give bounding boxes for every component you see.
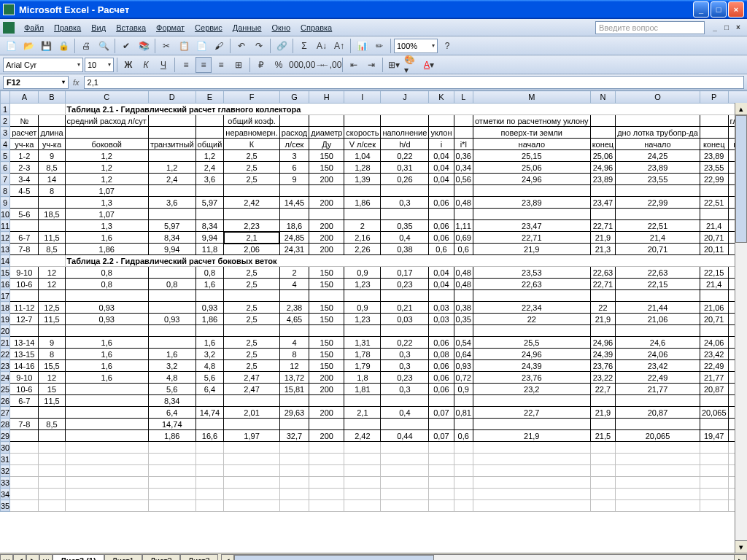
grid-cell[interactable]: 0,06 xyxy=(429,384,454,395)
grid-cell[interactable]: 1,6 xyxy=(65,360,148,372)
grid-cell[interactable]: 0,4 xyxy=(381,407,429,419)
grid-cell[interactable] xyxy=(473,209,590,220)
grid-cell[interactable] xyxy=(224,465,279,477)
grid-cell[interactable]: 0,17 xyxy=(381,267,429,279)
size-combo[interactable]: 10▾ xyxy=(85,58,114,72)
grid-cell[interactable]: 2,1 xyxy=(224,232,279,244)
font-color-button[interactable]: A▾ xyxy=(421,57,437,73)
header-cell[interactable]: уч-ка xyxy=(39,139,65,150)
grid-cell[interactable]: 0,8 xyxy=(65,279,148,290)
grid-cell[interactable] xyxy=(344,395,381,407)
grid-cell[interactable]: 200 xyxy=(309,232,344,244)
grid-cell[interactable]: 0,54 xyxy=(454,337,473,349)
grid-cell[interactable] xyxy=(616,454,700,465)
print-button[interactable]: 🖨 xyxy=(78,38,94,54)
grid-cell[interactable] xyxy=(279,419,309,430)
grid-cell[interactable]: 200 xyxy=(309,372,344,384)
grid-cell[interactable] xyxy=(381,442,429,454)
grid-cell[interactable]: 0,9 xyxy=(344,302,381,314)
grid-cell[interactable]: 21,3 xyxy=(590,244,616,255)
grid-cell[interactable] xyxy=(616,477,700,489)
grid-cell[interactable]: 2,5 xyxy=(224,267,279,279)
row-header[interactable]: 15 xyxy=(1,267,10,279)
header-cell[interactable]: конец xyxy=(700,139,728,150)
row-header[interactable]: 7 xyxy=(1,174,10,185)
grid-cell[interactable] xyxy=(454,442,473,454)
grid-cell[interactable]: 0,8 xyxy=(196,267,224,279)
grid-cell[interactable]: 22,15 xyxy=(616,279,700,290)
row-header[interactable]: 28 xyxy=(1,419,10,430)
grid-cell[interactable]: 21,9 xyxy=(473,430,590,442)
doc-minimize-button[interactable]: _ xyxy=(709,23,721,33)
row-header[interactable]: 30 xyxy=(1,442,10,454)
grid-cell[interactable] xyxy=(344,290,381,302)
grid-cell[interactable]: 150 xyxy=(309,314,344,325)
grid-cell[interactable] xyxy=(196,395,224,407)
grid-cell[interactable]: 1,79 xyxy=(344,360,381,372)
grid-cell[interactable] xyxy=(279,325,309,337)
format-painter-button[interactable]: 🖌 xyxy=(211,38,227,54)
grid-cell[interactable]: 1,6 xyxy=(148,349,196,360)
formula-input[interactable]: 2,1 xyxy=(84,76,744,89)
grid-cell[interactable]: 1-2 xyxy=(10,150,39,162)
grid-cell[interactable]: 0,69 xyxy=(454,232,473,244)
grid-cell[interactable] xyxy=(224,325,279,337)
grid-cell[interactable] xyxy=(473,442,590,454)
header-cell[interactable] xyxy=(65,127,148,139)
header-cell[interactable] xyxy=(196,127,224,139)
grid-cell[interactable] xyxy=(148,209,196,220)
grid-cell[interactable]: 25,15 xyxy=(473,150,590,162)
grid-cell[interactable] xyxy=(196,419,224,430)
grid-cell[interactable] xyxy=(10,442,39,454)
permission-button[interactable]: 🔒 xyxy=(55,38,71,54)
vscroll-thumb[interactable] xyxy=(735,115,747,243)
grid-cell[interactable]: 0,06 xyxy=(429,220,454,232)
grid-cell[interactable]: 0,08 xyxy=(429,349,454,360)
grid-cell[interactable]: 3,2 xyxy=(196,349,224,360)
grid-cell[interactable]: 14,45 xyxy=(279,197,309,209)
grid-cell[interactable] xyxy=(381,325,429,337)
autosum-button[interactable]: Σ xyxy=(296,38,312,54)
grid-cell[interactable] xyxy=(148,489,196,500)
grid-cell[interactable]: 0,06 xyxy=(429,372,454,384)
grid-cell[interactable] xyxy=(39,220,65,232)
grid-cell[interactable] xyxy=(65,419,148,430)
grid-cell[interactable]: 0,48 xyxy=(454,197,473,209)
grid-cell[interactable]: 24,39 xyxy=(590,349,616,360)
row-header[interactable]: 27 xyxy=(1,407,10,419)
row-header[interactable]: 20 xyxy=(1,325,10,337)
grid-cell[interactable] xyxy=(65,290,148,302)
grid-cell[interactable] xyxy=(279,395,309,407)
grid-cell[interactable]: 5,97 xyxy=(196,197,224,209)
grid-cell[interactable]: 25,5 xyxy=(473,337,590,349)
grid-cell[interactable] xyxy=(616,465,700,477)
grid-cell[interactable] xyxy=(590,325,616,337)
header-cell[interactable]: уклон xyxy=(429,127,454,139)
grid-cell[interactable] xyxy=(65,407,148,419)
grid-cell[interactable]: 0,93 xyxy=(454,360,473,372)
row-header[interactable]: 13 xyxy=(1,244,10,255)
chart-button[interactable]: 📊 xyxy=(354,38,370,54)
grid-cell[interactable]: 200 xyxy=(309,174,344,185)
grid-cell[interactable]: 1,2 xyxy=(65,162,148,174)
grid-cell[interactable]: 8,5 xyxy=(39,162,65,174)
grid-cell[interactable] xyxy=(454,290,473,302)
grid-cell[interactable] xyxy=(10,500,39,512)
grid-cell[interactable] xyxy=(279,290,309,302)
grid-cell[interactable]: 6 xyxy=(279,162,309,174)
grid-cell[interactable]: 8,5 xyxy=(39,419,65,430)
grid-cell[interactable]: 1,3 xyxy=(65,197,148,209)
grid-cell[interactable]: 21,9 xyxy=(590,407,616,419)
grid-cell[interactable]: 0,35 xyxy=(381,220,429,232)
grid-cell[interactable]: 2,42 xyxy=(224,197,279,209)
grid-cell[interactable] xyxy=(224,395,279,407)
grid-cell[interactable]: 3,2 xyxy=(148,360,196,372)
col-header[interactable]: O xyxy=(616,91,700,104)
grid-cell[interactable]: 18,5 xyxy=(39,209,65,220)
grid-cell[interactable] xyxy=(279,489,309,500)
grid-cell[interactable]: 0,38 xyxy=(454,302,473,314)
grid-cell[interactable] xyxy=(429,465,454,477)
grid-cell[interactable] xyxy=(616,325,700,337)
row-header[interactable]: 12 xyxy=(1,232,10,244)
align-left-button[interactable]: ≡ xyxy=(178,57,194,73)
